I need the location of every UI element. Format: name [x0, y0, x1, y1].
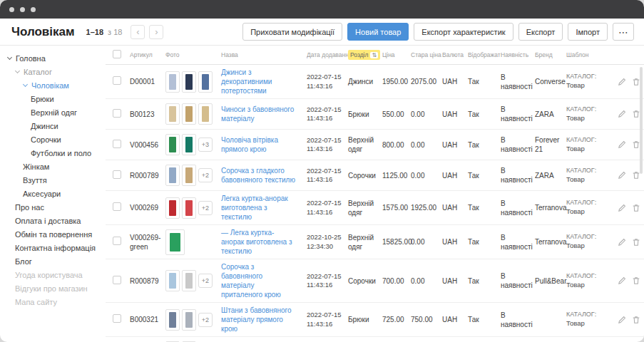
column-header[interactable]: Назва [221, 51, 307, 58]
product-photo[interactable] [165, 197, 180, 219]
window-control-dot[interactable] [31, 7, 36, 12]
product-photo[interactable] [165, 103, 180, 125]
column-header[interactable]: Наявність [501, 51, 535, 58]
sidebar-item[interactable]: Відгуки про магазин [0, 281, 106, 295]
row-checkbox[interactable] [113, 140, 121, 148]
row-checkbox[interactable] [113, 314, 121, 323]
column-header[interactable]: Ціна [382, 51, 411, 58]
stock-cell: В наявності [501, 199, 535, 217]
pagination-next-button[interactable]: › [149, 25, 163, 39]
product-photo[interactable] [165, 165, 180, 186]
more-photos-badge[interactable]: +2 [198, 168, 213, 182]
export-button[interactable]: Експорт [518, 23, 563, 41]
row-checkbox[interactable] [113, 202, 121, 211]
product-name-link[interactable]: Легка куртка-анорак виготовлена з тексти… [221, 194, 302, 222]
product-name-link[interactable]: Штани з бавовняного матеріалу прямого кр… [221, 306, 302, 333]
more-photos-badge[interactable]: +3 [198, 138, 213, 152]
row-checkbox[interactable] [113, 170, 121, 179]
column-header[interactable]: Відображати [468, 51, 501, 58]
product-name-link[interactable]: Чиноси з бавовняного матеріалу [221, 105, 302, 123]
sidebar-item-label: Взуття [23, 176, 47, 185]
edit-icon[interactable] [618, 276, 626, 285]
product-name-link[interactable]: Джинси з декоративними потертостями [221, 68, 302, 95]
product-photo[interactable] [198, 71, 213, 93]
product-photo[interactable] [182, 197, 196, 219]
column-header[interactable]: Бренд [535, 51, 566, 58]
sidebar-item[interactable]: Обмін та повернення [0, 227, 106, 241]
sidebar-item[interactable]: Мапа сайту [0, 295, 106, 309]
product-photo[interactable] [182, 134, 196, 155]
sidebar-item[interactable]: Контактна інформація [0, 241, 106, 254]
product-photo[interactable] [182, 103, 196, 125]
edit-icon[interactable] [618, 171, 626, 180]
column-header[interactable]: Стара ціна [411, 51, 442, 58]
sidebar-item[interactable]: Угода користувача [0, 268, 106, 281]
more-photos-badge[interactable]: +2 [198, 313, 213, 327]
product-name-link[interactable]: Сорочка з бавовняного матеріалу притален… [221, 262, 302, 299]
row-checkbox[interactable] [113, 276, 121, 284]
edit-icon[interactable] [618, 78, 626, 86]
column-header[interactable]: Розділ⇅ [348, 50, 382, 60]
hide-modifications-button[interactable]: Приховати модифікації [242, 23, 342, 41]
product-photo[interactable] [182, 71, 196, 93]
more-actions-button[interactable]: ⋯ [613, 23, 634, 41]
product-photo[interactable] [165, 71, 180, 93]
sidebar-item[interactable]: Брюки [0, 92, 106, 105]
column-header[interactable]: Фото [165, 51, 221, 58]
product-photo[interactable] [182, 165, 196, 186]
chevron-down-icon [15, 69, 21, 75]
sidebar-item[interactable]: Жінкам [0, 160, 106, 173]
sidebar-item[interactable]: Оплата і доставка [0, 214, 106, 227]
more-photos-badge[interactable]: +2 [198, 201, 213, 215]
product-photo[interactable] [165, 229, 185, 255]
product-name-link[interactable]: Сорочка з гладкого бавовняного текстилю [221, 166, 302, 185]
column-header[interactable]: Шаблон [566, 51, 615, 58]
sidebar-item[interactable]: Футболки и поло [0, 146, 106, 160]
vertical-scrollbar[interactable] [640, 67, 643, 174]
new-product-button[interactable]: Новий товар [347, 23, 409, 41]
edit-icon[interactable] [618, 238, 626, 247]
edit-icon[interactable] [618, 140, 626, 149]
window-control-dot[interactable] [9, 7, 14, 12]
product-photo[interactable] [182, 309, 196, 331]
sidebar-item[interactable]: Каталог [0, 65, 106, 78]
sort-icon[interactable]: ⇅ [370, 52, 378, 58]
row-checkbox[interactable] [113, 109, 121, 118]
sidebar-item-label: Оплата і доставка [15, 217, 81, 225]
edit-icon[interactable] [618, 204, 626, 212]
window-control-dot[interactable] [20, 7, 25, 12]
sidebar-item-label: Верхній одяг [31, 108, 77, 117]
sidebar-item[interactable]: Сорочки [0, 133, 106, 146]
column-header[interactable]: Артикул [130, 51, 165, 58]
sidebar-item[interactable]: Джинси [0, 119, 106, 133]
product-photo[interactable] [165, 309, 180, 331]
row-checkbox[interactable] [113, 76, 121, 85]
select-all-checkbox[interactable] [113, 50, 121, 58]
delete-icon[interactable] [632, 276, 640, 285]
delete-icon[interactable] [632, 204, 640, 212]
product-name-link[interactable]: Чоловіча вітрівка прямого крою [221, 135, 302, 154]
column-header[interactable]: Дата додавання [307, 51, 348, 58]
sidebar-item[interactable]: Про нас [0, 200, 106, 214]
sidebar-item[interactable]: Блог [0, 254, 106, 268]
sidebar-item[interactable]: Головна [0, 51, 106, 65]
delete-icon[interactable] [632, 238, 640, 247]
row-checkbox[interactable] [113, 237, 121, 245]
more-photos-badge[interactable]: +2 [198, 274, 213, 288]
product-photo[interactable] [182, 270, 196, 291]
sidebar-item[interactable]: Взуття [0, 173, 106, 187]
column-header[interactable]: Валюта [442, 51, 468, 58]
import-button[interactable]: Імпорт [568, 23, 608, 41]
delete-icon[interactable] [632, 316, 640, 324]
product-name-link[interactable]: — Легка куртка-анорак виготовлена з текс… [221, 228, 302, 256]
product-photo[interactable] [198, 103, 213, 125]
sidebar-item[interactable]: Аксесуари [0, 187, 106, 200]
edit-icon[interactable] [618, 316, 626, 324]
pagination-prev-button[interactable]: ‹ [131, 25, 145, 39]
sidebar-item[interactable]: Чоловікам [0, 78, 106, 92]
edit-icon[interactable] [618, 110, 626, 118]
sidebar-item[interactable]: Верхній одяг [0, 105, 106, 119]
product-photo[interactable] [165, 134, 180, 155]
product-photo[interactable] [165, 270, 180, 291]
export-attributes-button[interactable]: Експорт характеристик [414, 23, 513, 41]
